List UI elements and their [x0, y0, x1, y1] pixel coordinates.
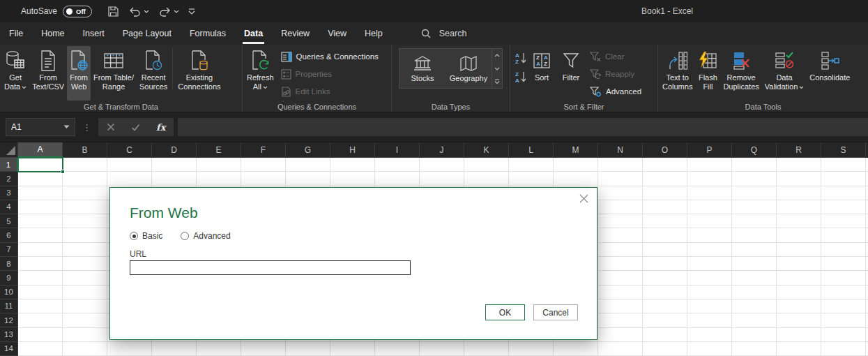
name-box-dropdown-icon[interactable] — [63, 125, 70, 129]
tab-page-layout[interactable]: Page Layout — [114, 22, 181, 45]
row-header-10[interactable]: 10 — [0, 285, 18, 299]
sort-za-icon: ZA — [514, 71, 528, 83]
select-all-button[interactable] — [0, 142, 18, 158]
geography-button[interactable]: Geography — [446, 49, 492, 88]
url-input[interactable] — [130, 260, 411, 275]
column-header-H[interactable]: H — [330, 142, 375, 158]
from-table-range-button[interactable]: From Table/ Range — [91, 46, 137, 101]
tab-help[interactable]: Help — [356, 22, 392, 45]
ok-button[interactable]: OK — [485, 304, 525, 320]
row-header-7[interactable]: 7 — [0, 243, 18, 257]
recent-sources-button[interactable]: Recent Sources — [137, 46, 170, 101]
column-header-K[interactable]: K — [464, 142, 509, 158]
radio-basic[interactable]: Basic — [130, 231, 162, 241]
column-header-P[interactable]: P — [687, 142, 732, 158]
from-text-csv-button[interactable]: From Text/CSV — [29, 46, 67, 101]
existing-connections-button[interactable]: Existing Connections — [175, 46, 223, 101]
autosave-toggle[interactable]: Off — [63, 6, 92, 17]
column-header-A[interactable]: A — [18, 142, 63, 158]
sort-descending-button[interactable]: ZA — [512, 68, 530, 85]
remove-duplicates-button[interactable]: Remove Duplicates — [720, 46, 761, 101]
tab-home[interactable]: Home — [32, 22, 73, 45]
flash-fill-button[interactable]: Flash Fill — [695, 46, 720, 101]
clear-filter-icon — [590, 52, 601, 62]
from-table-range-label-line1: From Table/ — [93, 73, 134, 82]
column-header-O[interactable]: O — [643, 142, 687, 158]
data-validation-button[interactable]: Data Validation — [762, 46, 807, 101]
sort-button[interactable]: ZAAZ Sort — [530, 46, 554, 101]
consolidate-button[interactable]: Consolidate — [807, 46, 853, 101]
row-header-2[interactable]: 2 — [0, 172, 18, 186]
column-header-J[interactable]: J — [420, 142, 464, 158]
fill-handle[interactable] — [61, 170, 65, 174]
tab-formulas[interactable]: Formulas — [181, 22, 235, 45]
row-header-4[interactable]: 4 — [0, 200, 18, 214]
row-header-12[interactable]: 12 — [0, 313, 18, 327]
row-header-13[interactable]: 13 — [0, 327, 18, 341]
name-box[interactable]: A1 — [6, 118, 75, 136]
column-header-I[interactable]: I — [375, 142, 420, 158]
column-header-F[interactable]: F — [241, 142, 286, 158]
row-header-5[interactable]: 5 — [0, 214, 18, 228]
gallery-scroll-up-button[interactable] — [492, 49, 502, 62]
undo-button[interactable] — [128, 6, 149, 17]
customize-quick-access-button[interactable] — [188, 8, 195, 15]
search-box[interactable]: Search — [421, 22, 467, 45]
column-header-D[interactable]: D — [152, 142, 197, 158]
column-header-S[interactable]: S — [821, 142, 866, 158]
queries-connections-button[interactable]: Queries & Connections — [277, 48, 383, 65]
ribbon: Get Data From Text/CSV From Web From Tab… — [0, 45, 868, 112]
filter-button[interactable]: Filter — [559, 46, 583, 101]
advanced-filter-icon — [590, 87, 602, 97]
formula-bar-divider-icon[interactable]: ⋮ — [82, 122, 91, 133]
column-header-Q[interactable]: Q — [732, 142, 777, 158]
text-to-columns-button[interactable]: Text to Columns — [660, 46, 695, 101]
row-header-11[interactable]: 11 — [0, 299, 18, 313]
from-web-button[interactable]: From Web — [67, 46, 91, 101]
clear-filter-button[interactable]: Clear — [586, 48, 646, 65]
column-header-C[interactable]: C — [107, 142, 152, 158]
confirm-entry-icon[interactable] — [131, 124, 140, 131]
refresh-icon — [251, 50, 270, 71]
sort-ascending-button[interactable]: AZ — [512, 49, 530, 66]
tab-view[interactable]: View — [319, 22, 356, 45]
column-header-G[interactable]: G — [286, 142, 330, 158]
column-header-B[interactable]: B — [63, 142, 107, 158]
cancel-entry-icon[interactable] — [107, 123, 115, 131]
tab-data[interactable]: Data — [235, 22, 272, 45]
tab-review[interactable]: Review — [272, 22, 319, 45]
row-header-14[interactable]: 14 — [0, 342, 18, 356]
column-header-L[interactable]: L — [509, 142, 554, 158]
tab-insert[interactable]: Insert — [74, 22, 114, 45]
active-cell-a1[interactable] — [17, 157, 63, 172]
get-data-button[interactable]: Get Data — [1, 46, 29, 101]
tab-file[interactable]: File — [0, 22, 32, 45]
row-header-6[interactable]: 6 — [0, 228, 18, 242]
dialog-close-button[interactable] — [577, 192, 590, 205]
reapply-filter-button[interactable]: Reapply — [586, 66, 646, 82]
get-data-label-line2: Data — [4, 82, 20, 91]
formula-input[interactable] — [178, 118, 868, 136]
advanced-filter-button[interactable]: Advanced — [586, 83, 646, 100]
row-header-3[interactable]: 3 — [0, 186, 18, 200]
column-headers: ABCDEFGHIJKLMNOPQRS — [18, 142, 868, 158]
refresh-all-button[interactable]: Refresh All — [244, 46, 277, 101]
column-header-R[interactable]: R — [777, 142, 821, 158]
radio-advanced[interactable]: Advanced — [181, 231, 230, 241]
properties-button[interactable]: Properties — [277, 66, 383, 82]
stocks-button[interactable]: Stocks — [399, 49, 446, 88]
row-header-8[interactable]: 8 — [0, 257, 18, 271]
remove-duplicates-label-line1: Remove — [727, 73, 756, 82]
gallery-more-button[interactable] — [492, 75, 502, 88]
column-header-E[interactable]: E — [197, 142, 241, 158]
redo-button[interactable] — [158, 6, 179, 17]
insert-function-button[interactable]: fx — [156, 122, 165, 133]
gallery-scroll-down-button[interactable] — [492, 62, 502, 75]
column-header-N[interactable]: N — [598, 142, 643, 158]
column-header-M[interactable]: M — [554, 142, 598, 158]
edit-links-button[interactable]: Edit Links — [277, 83, 383, 100]
cancel-button[interactable]: Cancel — [533, 304, 578, 320]
row-header-1[interactable]: 1 — [0, 158, 18, 172]
row-header-9[interactable]: 9 — [0, 271, 18, 285]
save-button[interactable] — [107, 6, 119, 17]
